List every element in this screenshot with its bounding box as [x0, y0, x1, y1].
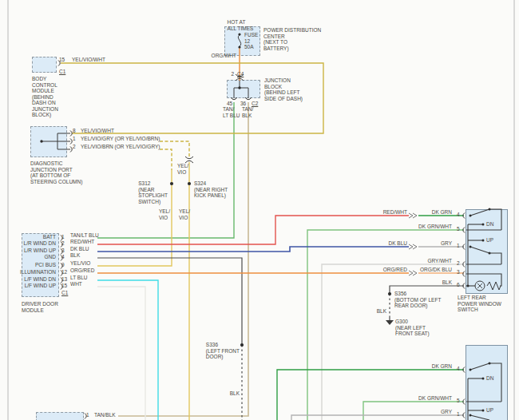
label-ddm-lf-wind-up: L/F WIND UP: [25, 283, 56, 289]
label-blm-tan-blk: TAN/BLK: [94, 412, 116, 418]
label-splice-s356: S356 (BOTTOM OF LEFT REAR DOOR): [394, 291, 441, 309]
label-sw2-pin-1: 1: [457, 411, 460, 418]
dot-jb-split: [238, 86, 240, 89]
label-org-dk-blu: ORG/DK BLU: [420, 267, 452, 273]
djp-pin2-bracket: [70, 147, 72, 153]
label-sw1-pin-2: 2: [457, 260, 460, 267]
label-power-distribution-center: POWER DISTRIBUTION CENTER (NEXT TO BATTE…: [263, 27, 321, 51]
label-tan-lt-blu: TAN/ LT BLU: [223, 106, 240, 118]
wire-wht: [97, 287, 145, 420]
label-body-control-module: BODY CONTROL MODULE (BEHIND DASH ON JUNC…: [32, 76, 58, 118]
label-ddm-gnd: GND: [45, 254, 56, 260]
label-sw2-pin-5: 5: [457, 398, 460, 404]
wire-gry-bottom: [291, 415, 464, 420]
sw2-bracket-pin5: [489, 363, 501, 402]
splice-s312-dot: [170, 182, 173, 185]
label-driver-door-module: DRIVER DOOR MODULE: [22, 301, 58, 313]
label-ddm-pin-12: 12: [61, 269, 67, 275]
sw1-contact-lower: [489, 252, 491, 255]
label-sw1-pin-6: 6: [457, 282, 460, 288]
splice-s324-dot: [188, 182, 191, 185]
label-yel-vio-wht-djp: YEL/VIO/WHT: [81, 128, 114, 134]
label-sw1-pin-4: 4: [457, 212, 460, 218]
label-sw1-pin-1: 1: [457, 243, 460, 249]
label-ddm-pin-4: 4: [61, 254, 65, 260]
fuse-12-symbol-fuse-icon: [238, 35, 240, 46]
sw1-line-pin3: [466, 274, 501, 286]
label-sw1-pin-5: 5: [457, 226, 460, 232]
resistor-symbol-resistor-icon: [487, 282, 501, 290]
label-bcm-pin-15: 15: [59, 57, 65, 63]
label-fuse: FUSE 12 50A: [244, 32, 258, 50]
label-splice-s312: S312 (NEAR STOPLIGHT SWITCH): [138, 180, 168, 204]
sw2-contact-upper: [489, 363, 491, 365]
label-djp-pin-1: 1: [73, 136, 76, 142]
label-org-wht: ORG/WHT: [212, 53, 236, 59]
label-wire-lt-blu: LT BLU: [70, 275, 87, 281]
label-sw2-dn: DN: [486, 375, 493, 382]
label-blk-right-top: BLK: [442, 279, 452, 286]
sw1-contact-pin4: [469, 215, 472, 217]
label-wire-org-red: ORG/RED: [70, 267, 94, 274]
label-dk-grn: DK GRN: [432, 209, 452, 216]
label-dk-grn-bottom: DK GRN: [432, 363, 452, 370]
label-ddm-pin-3: 3: [61, 248, 65, 254]
org-red-org-dk-blu-connector: [409, 271, 417, 275]
label-bcm-c1: C1: [59, 69, 65, 75]
label-splice-s336: S336 (LEFT FRONT DOOR): [206, 342, 240, 360]
label-ddm-pin-1: 1: [61, 234, 65, 240]
fuse-dot-top: [238, 33, 240, 35]
splice-s336-dot: [240, 343, 244, 347]
label-blk-ground-wire: BLK: [377, 308, 386, 315]
label-djp-pin-2: 2: [73, 144, 76, 150]
label-ddm-batt: BATT: [43, 234, 56, 240]
label-sw1-pin-3: 3: [457, 269, 460, 275]
label-dk-grn-wht-bottom: DK GRN/WHT: [418, 395, 452, 402]
sw2-arm-pin4: [470, 363, 489, 370]
label-hot-at-all-times: HOT AT ALL TIMES: [228, 19, 254, 31]
wire-lt-blu: [97, 280, 158, 420]
fuse-dot-bottom: [238, 46, 240, 48]
sw2-dn-dot: [482, 378, 485, 380]
sw1-bracket-pin2: [489, 253, 501, 264]
lamp-filament-icon: [477, 283, 482, 288]
label-yel-vio-right: YEL/ VIO: [179, 208, 190, 220]
label-yel-vio-wht-bcm: YEL/VIO/WHT: [72, 57, 105, 63]
label-ddm-lr-wind-up: L/R WIND UP: [24, 248, 56, 254]
label-sw1-up: UP: [486, 237, 493, 244]
label-ddm-lr-wind-dn: L/R WIND DN: [24, 240, 56, 247]
sw1-pin3-bracket: [463, 271, 465, 277]
label-left-rear-power-window-switch: LEFT REAR POWER WINDOW SWITCH: [458, 295, 501, 313]
label-wire-blk: BLK: [70, 252, 80, 259]
djp-pin1-bracket: [70, 139, 72, 145]
label-sw1-dn: DN: [486, 221, 493, 228]
label-yel-vio-left: YEL/ VIO: [159, 208, 170, 220]
wire-dk-blu: [97, 247, 409, 252]
label-ddm-pin-13: 13: [61, 276, 67, 283]
sw2-up-dot: [482, 410, 485, 412]
djp-pin8-bracket: [70, 131, 72, 137]
label-wire-red-wht: RED/WHT: [70, 239, 94, 245]
wiring-diagram-page: HOT AT ALL TIMESFUSE 12 50APOWER DISTRIB…: [0, 0, 519, 420]
label-ddm-pci-bus: PCI BUS: [35, 262, 56, 268]
label-gry-wht: GRY/WHT: [427, 258, 452, 264]
label-wire-wht: WHT: [70, 281, 82, 287]
wire-yel-vio-brn-dashed: [160, 149, 172, 170]
label-sw2-up: UP: [486, 407, 493, 414]
label-gry: GRY: [441, 240, 452, 247]
label-yel-vio-mid: YEL/ VIO: [177, 163, 188, 175]
sw1-up-dot: [482, 240, 485, 242]
wire-blk-ddm: [97, 258, 242, 345]
label-wire-dk-blu: DK BLU: [70, 246, 89, 252]
label-jb-pin-2: 2: [231, 71, 234, 77]
sw2-contact-pin1: [469, 414, 472, 417]
label-wire-yel-vio: YEL/VIO: [70, 260, 90, 267]
label-ddm-illumination: ILLUMINATION: [20, 269, 56, 275]
label-yel-vio-brn: YEL/VIO/BRN (OR YEL/VIO/GRY): [81, 144, 160, 150]
splice-s356-dot: [388, 292, 391, 295]
label-ddm-pin-9: 9: [61, 262, 65, 268]
label-ground-g300: G300 (NEAR LEFT FRONT SEAT): [395, 319, 430, 337]
sw1-arm-pin1: [470, 247, 489, 253]
label-diagnostic-junction-port: DIAGNOSTIC JUNCTION PORT (AT BOTTOM OF S…: [30, 160, 82, 184]
label-splice-s324: S324 (NEAR RIGHT KICK PANEL): [194, 180, 228, 199]
